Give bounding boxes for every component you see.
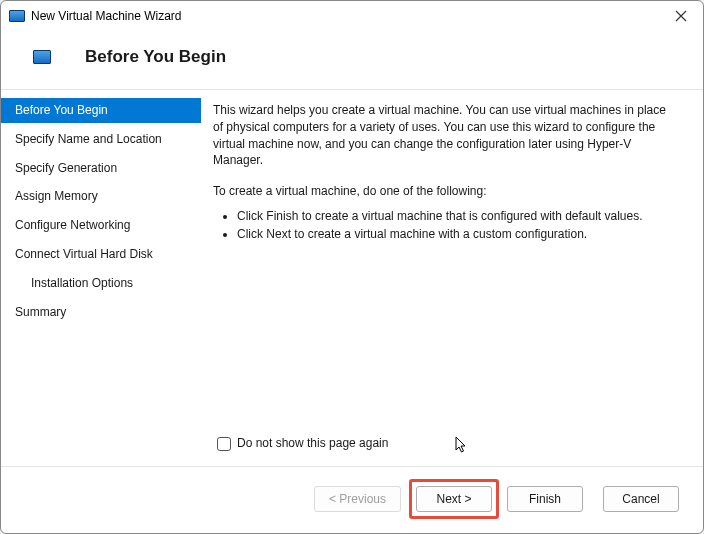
sidebar-item-installation-options[interactable]: Installation Options: [1, 271, 201, 296]
dont-show-label: Do not show this page again: [237, 435, 388, 452]
previous-button: < Previous: [314, 486, 401, 512]
window-title: New Virtual Machine Wizard: [31, 9, 667, 23]
footer: < Previous Next > Finish Cancel: [1, 466, 703, 533]
sidebar-item-before-you-begin[interactable]: Before You Begin: [1, 98, 201, 123]
sidebar-item-summary[interactable]: Summary: [1, 300, 201, 325]
sidebar-item-specify-name-and-location[interactable]: Specify Name and Location: [1, 127, 201, 152]
bullet-item: Click Finish to create a virtual machine…: [237, 208, 679, 225]
next-highlight: Next >: [409, 479, 499, 519]
wizard-window: New Virtual Machine Wizard Before You Be…: [0, 0, 704, 534]
intro-text: This wizard helps you create a virtual m…: [213, 102, 679, 169]
header-section: Before You Begin: [1, 31, 703, 89]
sidebar: Before You BeginSpecify Name and Locatio…: [1, 90, 201, 466]
finish-button[interactable]: Finish: [507, 486, 583, 512]
cancel-button[interactable]: Cancel: [603, 486, 679, 512]
instruction-text: To create a virtual machine, do one of t…: [213, 183, 679, 200]
bullet-item: Click Next to create a virtual machine w…: [237, 226, 679, 243]
page-title: Before You Begin: [85, 47, 226, 67]
titlebar: New Virtual Machine Wizard: [1, 1, 703, 31]
body-section: Before You BeginSpecify Name and Locatio…: [1, 89, 703, 466]
sidebar-item-configure-networking[interactable]: Configure Networking: [1, 213, 201, 238]
sidebar-item-connect-virtual-hard-disk[interactable]: Connect Virtual Hard Disk: [1, 242, 201, 267]
wizard-icon: [33, 50, 51, 64]
dont-show-checkbox[interactable]: [217, 437, 231, 451]
sidebar-item-assign-memory[interactable]: Assign Memory: [1, 184, 201, 209]
dont-show-row[interactable]: Do not show this page again: [217, 435, 679, 452]
bullet-list: Click Finish to create a virtual machine…: [213, 208, 679, 244]
sidebar-item-specify-generation[interactable]: Specify Generation: [1, 156, 201, 181]
app-icon: [9, 10, 25, 22]
close-button[interactable]: [667, 2, 695, 30]
next-button[interactable]: Next >: [416, 486, 492, 512]
content-area: This wizard helps you create a virtual m…: [201, 90, 703, 466]
